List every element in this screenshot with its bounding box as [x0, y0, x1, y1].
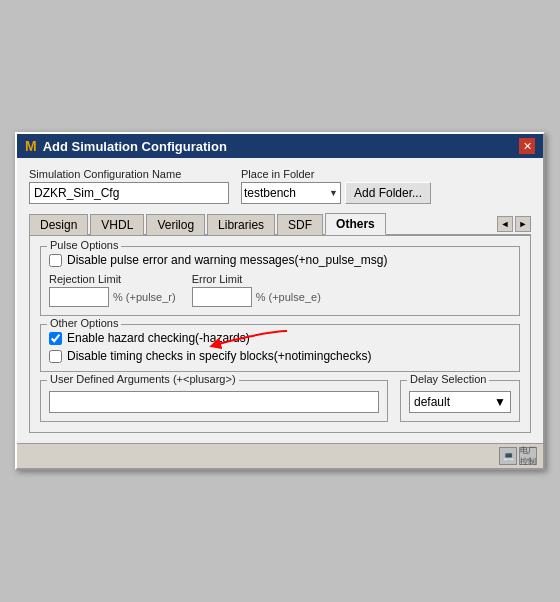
dialog-body: Simulation Configuration Name Place in F…	[17, 158, 543, 443]
add-folder-button[interactable]: Add Folder...	[345, 182, 431, 204]
rejection-limit-input[interactable]	[49, 287, 109, 307]
other-options-group: Other Options Enable hazard checking(-ha…	[40, 324, 520, 372]
disable-pulse-row: Disable pulse error and warning messages…	[49, 253, 511, 267]
top-form-row: Simulation Configuration Name Place in F…	[29, 168, 531, 204]
status-icon-computer: 💻	[503, 451, 514, 461]
disable-pulse-checkbox[interactable]	[49, 254, 62, 267]
error-limit-input-row: % (+pulse_e)	[192, 287, 321, 307]
status-bar: 💻 电厂控制	[17, 443, 543, 468]
tab-scroll-left-icon[interactable]: ◄	[497, 216, 513, 232]
tab-others[interactable]: Others	[325, 213, 386, 235]
place-folder-label: Place in Folder	[241, 168, 431, 180]
error-limit-suffix: % (+pulse_e)	[256, 291, 321, 303]
config-name-group: Simulation Configuration Name	[29, 168, 229, 204]
title-bar: M Add Simulation Configuration ✕	[17, 134, 543, 158]
disable-pulse-label: Disable pulse error and warning messages…	[67, 253, 388, 267]
delay-selection-group: Delay Selection default ▼	[400, 380, 520, 422]
tab-design[interactable]: Design	[29, 214, 88, 235]
dialog-title: Add Simulation Configuration	[43, 139, 227, 154]
main-dialog: M Add Simulation Configuration ✕ Simulat…	[15, 132, 545, 470]
place-folder-group: Place in Folder testbench ▼ Add Folder..…	[241, 168, 431, 204]
folder-dropdown-value: testbench	[244, 186, 296, 200]
delay-dropdown[interactable]: default ▼	[409, 391, 511, 413]
user-args-group: User Defined Arguments (+<plusarg>)	[40, 380, 388, 422]
bottom-row: User Defined Arguments (+<plusarg>) Dela…	[40, 380, 520, 422]
error-limit-label: Error Limit	[192, 273, 321, 285]
folder-dropdown[interactable]: testbench ▼	[241, 182, 341, 204]
pulse-limits-row: Rejection Limit % (+pulse_r) Error Limit…	[49, 273, 511, 307]
tab-scroll-buttons: ◄ ►	[497, 216, 531, 234]
enable-hazard-row: Enable hazard checking(-hazards)	[49, 331, 511, 345]
rejection-limit-suffix: % (+pulse_r)	[113, 291, 176, 303]
tab-vhdl[interactable]: VHDL	[90, 214, 144, 235]
delay-dropdown-arrow-icon: ▼	[494, 395, 506, 409]
red-arrow-annotation	[209, 327, 289, 355]
tab-content-others: Pulse Options Disable pulse error and wa…	[29, 236, 531, 433]
status-icon-2: 电厂控制	[519, 447, 537, 465]
user-args-legend: User Defined Arguments (+<plusarg>)	[47, 373, 239, 385]
tab-libraries[interactable]: Libraries	[207, 214, 275, 235]
rejection-limit-label: Rejection Limit	[49, 273, 176, 285]
pulse-options-group: Pulse Options Disable pulse error and wa…	[40, 246, 520, 316]
tab-verilog[interactable]: Verilog	[146, 214, 205, 235]
close-button[interactable]: ✕	[519, 138, 535, 154]
error-limit-field: Error Limit % (+pulse_e)	[192, 273, 321, 307]
app-icon: M	[25, 138, 37, 154]
delay-dropdown-value: default	[414, 395, 450, 409]
config-name-input[interactable]	[29, 182, 229, 204]
rejection-limit-input-row: % (+pulse_r)	[49, 287, 176, 307]
title-bar-left: M Add Simulation Configuration	[25, 138, 227, 154]
tab-scroll-right-icon[interactable]: ►	[515, 216, 531, 232]
rejection-limit-field: Rejection Limit % (+pulse_r)	[49, 273, 176, 307]
disable-timing-checkbox[interactable]	[49, 350, 62, 363]
enable-hazard-checkbox[interactable]	[49, 332, 62, 345]
tabs-container: Design VHDL Verilog Libraries SDF Others…	[29, 212, 531, 236]
status-icon-chinese: 电厂控制	[520, 445, 536, 467]
error-limit-input[interactable]	[192, 287, 252, 307]
delay-selection-legend: Delay Selection	[407, 373, 489, 385]
other-options-legend: Other Options	[47, 317, 121, 329]
config-name-label: Simulation Configuration Name	[29, 168, 229, 180]
user-args-input[interactable]	[49, 391, 379, 413]
tab-sdf[interactable]: SDF	[277, 214, 323, 235]
place-folder-controls: testbench ▼ Add Folder...	[241, 182, 431, 204]
folder-dropdown-arrow-icon: ▼	[329, 188, 338, 198]
pulse-options-legend: Pulse Options	[47, 239, 121, 251]
status-icon-1: 💻	[499, 447, 517, 465]
status-icons: 💻 电厂控制	[499, 447, 537, 465]
